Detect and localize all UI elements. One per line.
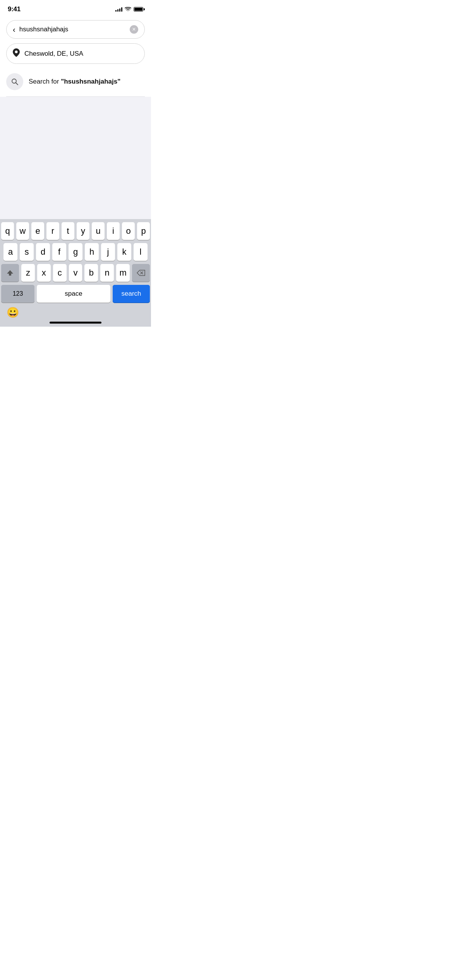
signal-bars-icon xyxy=(115,7,122,12)
clear-button[interactable] xyxy=(130,25,138,34)
search-suggestion-icon xyxy=(6,73,23,90)
search-bar[interactable]: ‹ hsushsnahjahajs xyxy=(6,20,145,39)
key-i[interactable]: i xyxy=(107,222,120,240)
keyboard-bottom-row: 123 space search xyxy=(1,285,150,303)
key-h[interactable]: h xyxy=(85,243,99,261)
suggestion-text: Search for "hsushsnahjahajs" xyxy=(29,78,120,86)
home-indicator xyxy=(1,319,150,325)
key-n[interactable]: n xyxy=(100,264,114,282)
key-s[interactable]: s xyxy=(20,243,34,261)
location-pin-icon xyxy=(13,48,20,59)
key-o[interactable]: o xyxy=(122,222,135,240)
app-container: 9:41 ‹ hsushsnahjahajs xyxy=(0,0,151,327)
svg-point-0 xyxy=(15,51,18,53)
key-g[interactable]: g xyxy=(69,243,82,261)
key-q[interactable]: q xyxy=(1,222,14,240)
numbers-key[interactable]: 123 xyxy=(1,285,34,303)
key-f[interactable]: f xyxy=(52,243,66,261)
shift-key[interactable] xyxy=(1,264,19,282)
search-query-text[interactable]: hsushsnahjahajs xyxy=(19,26,126,33)
key-a[interactable]: a xyxy=(3,243,17,261)
location-text: Cheswold, DE, USA xyxy=(24,50,83,58)
key-j[interactable]: j xyxy=(101,243,115,261)
status-icons xyxy=(115,7,143,12)
search-key[interactable]: search xyxy=(113,285,150,303)
location-bar[interactable]: Cheswold, DE, USA xyxy=(6,43,145,64)
delete-key[interactable] xyxy=(132,264,150,282)
keyboard-row-1: q w e r t y u i o p xyxy=(1,222,150,240)
battery-icon xyxy=(134,7,143,12)
search-suggestion-row[interactable]: Search for "hsushsnahjahajs" xyxy=(6,70,145,93)
svg-line-2 xyxy=(16,83,18,85)
search-area: ‹ hsushsnahjahajs Cheswold, DE, USA xyxy=(0,16,151,97)
key-e[interactable]: e xyxy=(31,222,44,240)
keyboard-row-2: a s d f g h j k l xyxy=(1,243,150,261)
key-x[interactable]: x xyxy=(37,264,51,282)
key-k[interactable]: k xyxy=(117,243,131,261)
key-v[interactable]: v xyxy=(69,264,82,282)
status-bar: 9:41 xyxy=(0,0,151,16)
key-w[interactable]: w xyxy=(16,222,29,240)
keyboard-row-3: z x c v b n m xyxy=(1,264,150,282)
key-y[interactable]: y xyxy=(77,222,89,240)
key-l[interactable]: l xyxy=(134,243,148,261)
emoji-row: 😀 xyxy=(1,305,150,319)
status-time: 9:41 xyxy=(8,5,21,13)
key-z[interactable]: z xyxy=(21,264,35,282)
keyboard: q w e r t y u i o p a s d f g h j k l xyxy=(0,219,151,327)
key-u[interactable]: u xyxy=(92,222,105,240)
home-bar xyxy=(50,322,101,324)
key-t[interactable]: t xyxy=(62,222,74,240)
key-r[interactable]: r xyxy=(46,222,59,240)
emoji-button[interactable]: 😀 xyxy=(7,307,19,319)
key-c[interactable]: c xyxy=(53,264,67,282)
key-p[interactable]: p xyxy=(137,222,150,240)
wifi-icon xyxy=(125,7,131,12)
key-d[interactable]: d xyxy=(36,243,50,261)
space-key[interactable]: space xyxy=(37,285,110,303)
back-arrow-icon[interactable]: ‹ xyxy=(13,26,15,33)
key-m[interactable]: m xyxy=(116,264,130,282)
key-b[interactable]: b xyxy=(84,264,98,282)
suggestion-query: "hsushsnahjahajs" xyxy=(61,78,120,85)
